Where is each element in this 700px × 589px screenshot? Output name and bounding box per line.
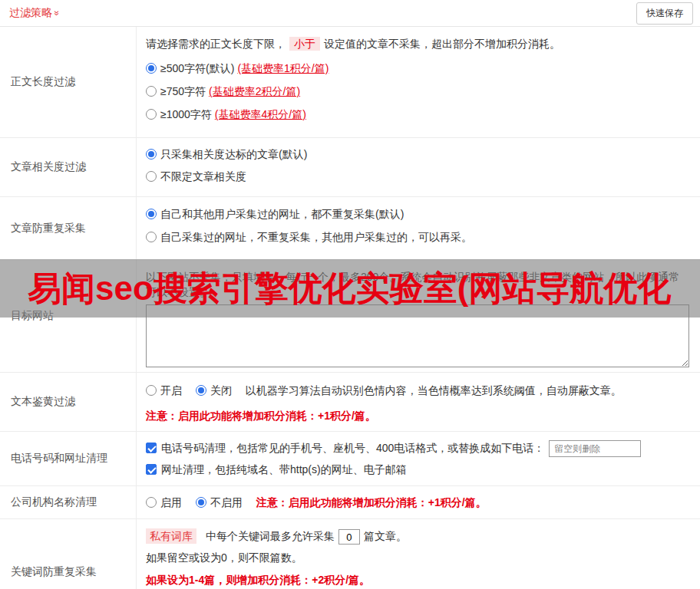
porn-description: 以机器学习算法自动识别色情内容，当色情概率达到系统阈值，自动屏蔽文章。 (246, 384, 622, 397)
radio-dedup-self[interactable]: 自己采集过的网址，不重复采集，其他用户采集过的，可以再采。 (146, 229, 689, 245)
radio-company-on[interactable]: 启用 (146, 496, 182, 508)
radio-icon[interactable] (196, 385, 206, 396)
page-title: 过滤策略 (9, 6, 52, 18)
row-label-porn: 文本鉴黄过滤 (0, 373, 137, 431)
topbar: 过滤策略» 快速保存 (0, 0, 700, 27)
company-cost-note: 注意：启用此功能将增加积分消耗：+1积分/篇。 (256, 496, 487, 508)
radio-icon[interactable] (146, 385, 157, 396)
radio-porn-on[interactable]: 开启 (146, 384, 182, 397)
radio-relevance-any[interactable]: 不限定文章相关度 (146, 169, 689, 184)
row-label-body-length: 正文长度过滤 (0, 27, 137, 137)
radio-icon[interactable] (146, 63, 157, 74)
keyword-note-empty: 如果留空或设为0，则不限篇数。 (146, 550, 689, 565)
sites-description: 以下网站不采集，只填域名，每行一个，最多200个。系统会自动识别并屏蔽那些非文章… (146, 269, 689, 300)
row-target-sites: 目标网站 以下网站不采集，只填域名，每行一个，最多200个。系统会自动识别并屏蔽… (0, 260, 700, 373)
row-label-keyword-dedup: 关键词防重复采集 (0, 519, 137, 589)
checkbox-url-cleanup[interactable]: 网址清理，包括纯域名、带http(s)的网址、电子邮箱 (146, 460, 689, 479)
radio-icon[interactable] (146, 109, 157, 120)
radio-option-500[interactable]: ≥500字符(默认)(基础费率1积分/篇) (146, 61, 689, 76)
radio-company-off[interactable]: 不启用 (196, 496, 243, 508)
row-body-length-filter: 正文长度过滤 请选择需求的正文长度下限，小于设定值的文章不采集，超出部分不增加积… (0, 27, 700, 138)
radio-icon[interactable] (146, 209, 157, 219)
row-porn-filter: 文本鉴黄过滤 开启 关闭 以机器学习算法自动识别色情内容，当色情概率达到系统阈值… (0, 373, 700, 432)
radio-icon[interactable] (146, 497, 157, 508)
radio-porn-off[interactable]: 关闭 (196, 384, 232, 397)
radio-icon[interactable] (146, 171, 157, 182)
row-keyword-dedup: 关键词防重复采集 私有词库 中每个关键词最多允许采集篇文章。 如果留空或设为0，… (0, 519, 700, 589)
checkbox-icon[interactable] (146, 443, 157, 453)
radio-option-750[interactable]: ≥750字符(基础费率2积分/篇) (146, 84, 689, 99)
keyword-limit-input[interactable] (338, 529, 360, 545)
porn-cost-note: 注意：启用此功能将增加积分消耗：+1积分/篇。 (146, 408, 689, 423)
keyword-limit-line: 私有词库 中每个关键词最多允许采集篇文章。 (146, 527, 689, 545)
excluded-sites-textarea[interactable] (146, 304, 689, 367)
fee-note: (基础费率2积分/篇) (209, 85, 300, 97)
fee-note: (基础费率1积分/篇) (237, 62, 329, 74)
radio-dedup-global[interactable]: 自己和其他用户采集过的网址，都不重复采集(默认) (146, 206, 689, 222)
checkbox-icon[interactable] (146, 464, 157, 475)
radio-option-1000[interactable]: ≥1000字符(基础费率4积分/篇) (146, 107, 689, 122)
private-lexicon-link[interactable]: 私有词库 (146, 528, 196, 544)
radio-icon[interactable] (146, 149, 157, 160)
radio-icon[interactable] (146, 86, 157, 97)
length-intro: 请选择需求的正文长度下限，小于设定值的文章不采集，超出部分不增加积分消耗。 (146, 36, 689, 51)
row-label-company-cleanup: 公司机构名称清理 (0, 486, 137, 518)
keyword-note-cost: 如果设为1-4篇，则增加积分消耗：+2积分/篇。 (146, 572, 689, 587)
fee-note: (基础费率4积分/篇) (215, 108, 306, 120)
radio-relevance-strict[interactable]: 只采集相关度达标的文章(默认) (146, 146, 689, 162)
quick-save-button[interactable]: 快速保存 (636, 2, 693, 25)
row-label-relevance: 文章相关度过滤 (0, 138, 137, 196)
chevron-double-down-icon: » (51, 11, 62, 16)
row-label-target-sites: 目标网站 (0, 260, 137, 372)
filter-strategy-toggle[interactable]: 过滤策略» (9, 6, 60, 20)
row-label-phone-cleanup: 电话号码和网址清理 (0, 432, 137, 485)
row-phone-url-cleanup: 电话号码和网址清理 电话号码清理，包括常见的手机号、座机号、400电话格式，或替… (0, 432, 700, 486)
row-relevance-filter: 文章相关度过滤 只采集相关度达标的文章(默认) 不限定文章相关度 (0, 138, 700, 197)
row-company-cleanup: 公司机构名称清理 启用 不启用 注意：启用此功能将增加积分消耗：+1积分/篇。 (0, 486, 700, 519)
row-label-dedup: 文章防重复采集 (0, 197, 137, 259)
less-than-badge: 小于 (289, 37, 320, 51)
checkbox-phone-cleanup[interactable]: 电话号码清理，包括常见的手机号、座机号、400电话格式，或替换成如下电话： (146, 439, 689, 457)
radio-icon[interactable] (146, 232, 157, 242)
radio-icon[interactable] (196, 497, 206, 508)
row-dedup-collection: 文章防重复采集 自己和其他用户采集过的网址，都不重复采集(默认) 自己采集过的网… (0, 197, 700, 260)
replacement-phone-input[interactable] (549, 440, 641, 457)
